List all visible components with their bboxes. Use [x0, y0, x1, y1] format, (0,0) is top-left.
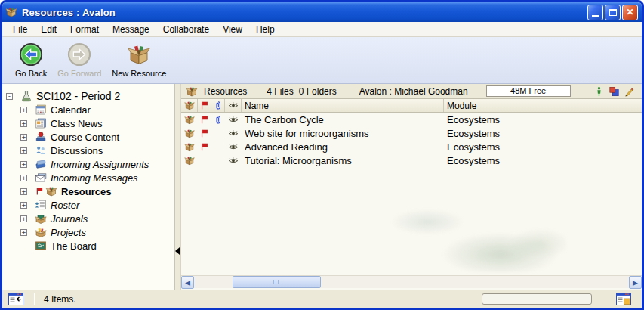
- close-button[interactable]: ✕: [622, 5, 638, 20]
- scroll-right-button[interactable]: ▶: [629, 276, 642, 289]
- expand-icon[interactable]: +: [20, 161, 27, 168]
- menu-item[interactable]: Edit: [34, 23, 63, 36]
- expand-icon[interactable]: +: [20, 120, 27, 127]
- calendar-icon: [35, 104, 47, 116]
- tree-item-label: Course Content: [51, 132, 119, 143]
- tree-item-label: Incoming Messages: [51, 172, 138, 184]
- journals-icon: [35, 212, 47, 225]
- tree-item-label: Class News: [51, 118, 103, 129]
- tree-item-root[interactable]: - SCI102 - Period 2: [2, 89, 174, 103]
- resource-module: Ecosystems: [444, 126, 642, 140]
- resource-icon: [184, 114, 195, 126]
- tree-item[interactable]: + Discussions: [2, 144, 174, 157]
- menu-item[interactable]: Help: [249, 23, 282, 36]
- resources-icon: [186, 85, 198, 98]
- column-visibility[interactable]: [225, 99, 242, 112]
- menu-item[interactable]: Format: [63, 23, 106, 36]
- expand-icon[interactable]: +: [20, 147, 27, 154]
- tree-root-label: SCI102 - Period 2: [36, 90, 120, 102]
- tree-item[interactable]: + Roster: [2, 198, 174, 212]
- item-count-text: 4 Items.: [44, 294, 76, 305]
- header-tools: [594, 86, 634, 97]
- tree-item[interactable]: + Calendar: [2, 103, 174, 116]
- squares-icon[interactable]: [609, 86, 619, 97]
- eye-icon: [228, 100, 239, 111]
- status-field: [482, 293, 592, 305]
- visibility-icon: [228, 155, 239, 166]
- expand-icon[interactable]: +: [20, 229, 27, 236]
- column-module[interactable]: Module: [444, 99, 642, 112]
- flag-icon: [199, 100, 210, 111]
- table-row[interactable]: Advanced Reading Ecosystems: [181, 140, 642, 153]
- tree-item-label: Roster: [51, 200, 79, 211]
- resource-name: Tutorial: Microorganisms: [242, 153, 444, 167]
- layout-view-button[interactable]: [616, 293, 631, 305]
- menu-bar: FileEditFormatMessageCollaborateViewHelp: [2, 22, 642, 37]
- panel-splitter[interactable]: [175, 84, 181, 290]
- paperclip-icon: [213, 100, 223, 111]
- menu-item[interactable]: Collaborate: [156, 23, 216, 36]
- expand-icon[interactable]: +: [20, 175, 27, 181]
- new-resource-button[interactable]: New Resource: [106, 42, 171, 79]
- tree-item-label: Incoming Assignments: [51, 159, 149, 170]
- statusbar-divider: [34, 293, 35, 305]
- resource-module: Ecosystems: [444, 153, 642, 167]
- menu-item[interactable]: View: [216, 23, 249, 36]
- go-forward-label: Go Forward: [57, 69, 101, 78]
- box-icon: [45, 185, 57, 197]
- column-type[interactable]: [181, 99, 198, 112]
- resources-panel: Resources 4 Files 0 Folders Avalon : Mic…: [181, 84, 642, 290]
- tree-item[interactable]: + Class News: [2, 116, 174, 130]
- table-row[interactable]: The Carbon Cycle Ecosystems: [181, 113, 642, 126]
- tree-item[interactable]: + Incoming Assignments: [2, 157, 174, 171]
- tree-item[interactable]: + Incoming Messages: [2, 171, 174, 184]
- tree-item-label: Resources: [61, 186, 111, 197]
- expand-icon[interactable]: +: [20, 188, 27, 195]
- file-count: 4 Files: [267, 86, 293, 97]
- expand-icon[interactable]: +: [20, 134, 27, 141]
- expand-icon[interactable]: +: [20, 202, 27, 209]
- tree-item[interactable]: + Projects: [2, 225, 174, 239]
- menu-item[interactable]: Message: [106, 23, 156, 36]
- expand-icon[interactable]: +: [20, 215, 27, 222]
- scroll-left-button[interactable]: ◀: [181, 276, 194, 289]
- resource-list: The Carbon Cycle Ecosystems Web site for…: [181, 113, 642, 167]
- column-name[interactable]: Name: [242, 99, 444, 112]
- column-attachment[interactable]: [211, 99, 225, 112]
- title-bar[interactable]: Resources : Avalon ✕: [2, 2, 642, 22]
- pencil-icon[interactable]: [624, 86, 634, 97]
- flag-icon: [199, 128, 210, 139]
- table-row[interactable]: Web site for microorganisms Ecosystems: [181, 126, 642, 140]
- tree-item[interactable]: + The Board: [2, 239, 174, 253]
- tree-item[interactable]: + Resources: [2, 184, 174, 198]
- collapse-panel-icon[interactable]: [175, 247, 180, 255]
- news-icon: [35, 117, 47, 129]
- attachment-icon: [213, 114, 223, 126]
- tree-item-label: Calendar: [51, 104, 91, 116]
- table-row[interactable]: Tutorial: Microorganisms Ecosystems: [181, 153, 642, 167]
- close-icon: ✕: [626, 8, 633, 17]
- tree-item[interactable]: + Course Content: [2, 130, 174, 144]
- visibility-icon: [228, 128, 239, 139]
- go-back-button[interactable]: Go Back: [10, 42, 52, 79]
- flag-icon: [199, 141, 210, 153]
- column-header-row: Name Module: [181, 99, 642, 113]
- status-bar: 4 Items.: [2, 290, 642, 308]
- watermark-image: [393, 200, 566, 272]
- resource-module: Ecosystems: [444, 113, 642, 126]
- tree-item[interactable]: + Journals: [2, 212, 174, 225]
- server-owner: Avalon : Michael Goodman: [359, 86, 468, 97]
- collapse-icon[interactable]: -: [6, 93, 13, 100]
- scrollbar-thumb[interactable]: [233, 276, 321, 288]
- projects-icon: [35, 226, 47, 238]
- window-title: Resources : Avalon: [22, 7, 586, 18]
- folder-count: 0 Folders: [299, 86, 337, 97]
- maximize-button[interactable]: [605, 5, 621, 20]
- expand-icon[interactable]: +: [20, 107, 27, 113]
- minimize-button[interactable]: [587, 5, 603, 20]
- column-flag[interactable]: [198, 99, 211, 112]
- toggle-tree-panel-button[interactable]: [8, 293, 23, 305]
- scrollbar-track[interactable]: [194, 276, 629, 288]
- menu-item[interactable]: File: [6, 23, 34, 36]
- person-icon[interactable]: [594, 86, 604, 97]
